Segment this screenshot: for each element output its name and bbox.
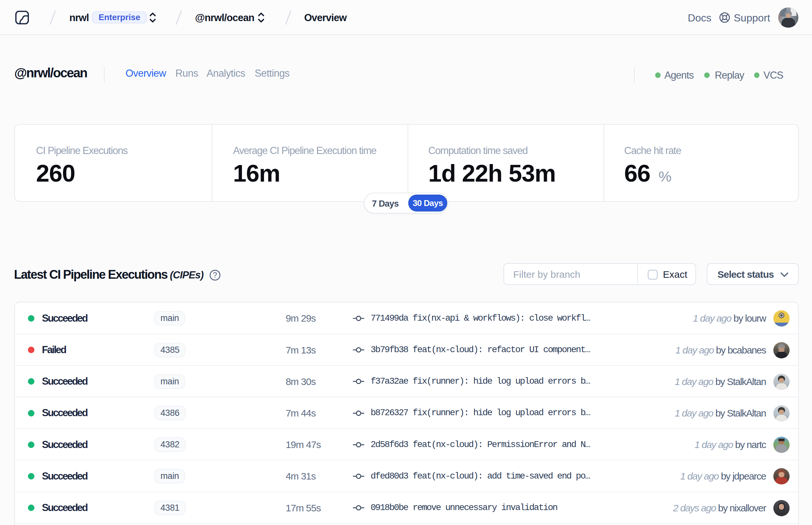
svg-text:?: ?: [213, 271, 217, 280]
